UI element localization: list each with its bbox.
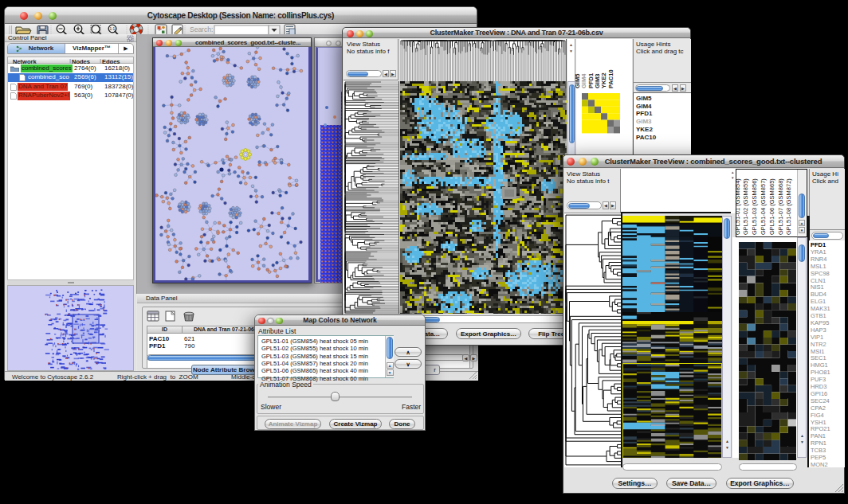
svg-text:1:1: 1:1 [110, 27, 116, 31]
svg-text:Search:: Search: [190, 25, 213, 33]
